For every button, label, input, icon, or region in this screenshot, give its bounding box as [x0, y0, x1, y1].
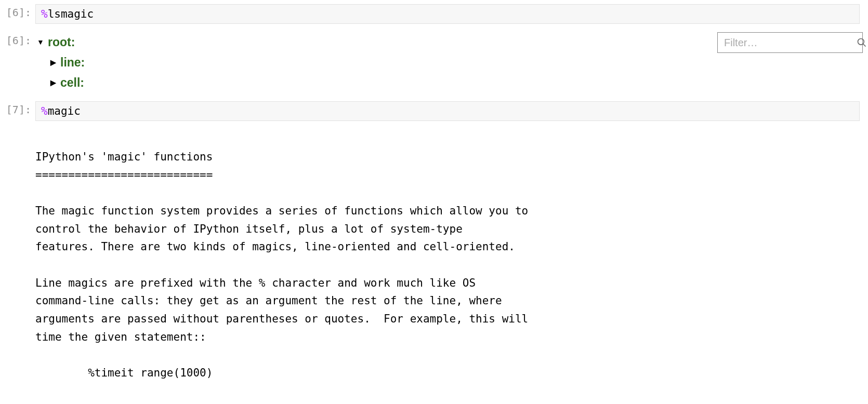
input-prompt: [6]: — [0, 4, 35, 24]
svg-point-0 — [858, 39, 864, 45]
code-input[interactable]: %lsmagic — [35, 4, 860, 24]
filter-box — [717, 32, 863, 53]
output-cell-7: IPython's 'magic' functions ============… — [0, 125, 868, 386]
input-cell-6: [6]: %lsmagic — [0, 0, 868, 28]
filter-input[interactable] — [723, 36, 857, 49]
tree-key: root: — [48, 32, 75, 52]
input-cell-7: [7]: %magic — [0, 97, 868, 125]
magic-prefix: % — [41, 105, 48, 117]
svg-line-1 — [863, 44, 866, 47]
magic-command: magic — [48, 105, 81, 117]
output-prompt: [6]: — [0, 32, 35, 93]
tree-node-line[interactable]: ▶ line: — [35, 52, 868, 73]
code-input[interactable]: %magic — [35, 101, 860, 121]
output-cell-6: [6]: ▼ root: ▶ line: ▶ cell: — [0, 28, 868, 97]
text-output: IPython's 'magic' functions ============… — [35, 129, 860, 382]
tree-key: line: — [60, 52, 85, 73]
tree-key: cell: — [60, 73, 84, 93]
magic-prefix: % — [41, 8, 48, 20]
search-icon — [857, 37, 867, 48]
output-prompt-empty — [0, 129, 35, 382]
chevron-right-icon[interactable]: ▶ — [48, 57, 58, 69]
chevron-right-icon[interactable]: ▶ — [48, 77, 58, 89]
input-prompt: [7]: — [0, 101, 35, 121]
magic-command: lsmagic — [48, 8, 94, 20]
chevron-down-icon[interactable]: ▼ — [35, 36, 46, 49]
tree-node-cell[interactable]: ▶ cell: — [35, 73, 868, 93]
